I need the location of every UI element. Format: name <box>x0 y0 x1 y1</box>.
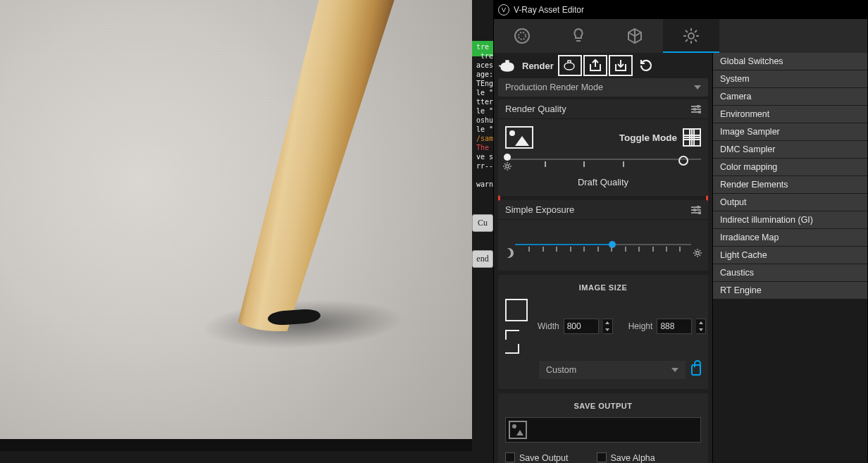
category-color-mapping[interactable]: Color mapping <box>713 159 867 175</box>
top-tabs <box>494 19 867 53</box>
export-button[interactable] <box>583 55 607 76</box>
tab-materials[interactable] <box>494 19 550 53</box>
quality-high-icon[interactable] <box>683 128 701 147</box>
console-button-2[interactable]: end <box>472 250 493 268</box>
chevron-down-icon <box>694 85 701 89</box>
quality-low-icon[interactable] <box>505 126 533 149</box>
interactive-render-button[interactable] <box>558 55 582 76</box>
svg-point-3 <box>506 165 509 168</box>
lock-aspect-icon[interactable] <box>691 364 701 376</box>
region-icon[interactable] <box>505 330 528 354</box>
simple-exposure-header[interactable]: Simple Exposure <box>498 200 708 220</box>
render-quality-header[interactable]: Render Quality <box>498 99 708 119</box>
width-stepper[interactable] <box>603 319 613 334</box>
console-button-1[interactable]: Cu <box>472 214 493 232</box>
quality-max-icon <box>678 156 688 166</box>
quality-slider[interactable] <box>505 154 701 175</box>
category-caustics[interactable]: Caustics <box>713 264 867 281</box>
resolution-preset-dropdown[interactable]: Custom <box>539 361 686 379</box>
svg-point-0 <box>515 29 529 43</box>
svg-point-1 <box>519 32 526 39</box>
category-irradiance-map[interactable]: Irradiance Map <box>713 229 867 246</box>
category-environment[interactable]: Environment <box>713 106 867 123</box>
category-camera[interactable]: Camera <box>713 88 867 105</box>
render-object-leg <box>221 0 406 331</box>
save-alpha-checkbox[interactable]: Save Alpha <box>597 452 655 463</box>
render-quality-section: Render Quality Toggle Mode <box>498 99 708 196</box>
toggle-mode-label: Toggle Mode <box>619 132 677 143</box>
render-mode-dropdown[interactable]: Production Render Mode <box>498 78 708 97</box>
settings-panel: Render Production Re <box>494 53 712 463</box>
category-rt-engine[interactable]: RT Engine <box>713 282 867 299</box>
render-label: Render <box>522 61 554 71</box>
tab-settings[interactable] <box>663 19 719 53</box>
render-shadow <box>181 276 425 373</box>
svg-point-2 <box>688 33 694 39</box>
gear-icon <box>502 161 512 171</box>
aspect-ratio-icon[interactable] <box>505 299 528 321</box>
category-image-sampler[interactable]: Image Sampler <box>713 123 867 140</box>
viewport-bottom-border <box>0 439 472 451</box>
category-system[interactable]: System <box>713 70 867 87</box>
save-output-checkbox[interactable]: Save Output <box>505 452 569 463</box>
category-light-cache[interactable]: Light Cache <box>713 247 867 264</box>
window-title: V-Ray Asset Editor <box>514 5 584 15</box>
render-toolbar: Render <box>494 53 712 78</box>
simple-exposure-section: Simple Exposure <box>498 200 708 271</box>
save-output-header: SAVE OUTPUT <box>505 402 701 410</box>
settings-categories: Global Switches System Camera Environmen… <box>712 53 867 463</box>
teapot-icon <box>498 58 516 73</box>
width-label: Width <box>538 321 559 331</box>
reset-button[interactable] <box>634 55 658 76</box>
render-object-foot <box>267 308 321 326</box>
image-size-header: IMAGE SIZE <box>505 283 701 292</box>
import-button[interactable] <box>609 55 633 76</box>
save-output-section: SAVE OUTPUT Save Output Save Alpha <box>498 393 708 463</box>
quality-caption: Draft Quality <box>505 177 701 187</box>
asset-editor-window: V V-Ray Asset Editor Render <box>493 0 868 463</box>
tab-geometry[interactable] <box>607 19 663 53</box>
titlebar[interactable]: V V-Ray Asset Editor <box>494 1 867 19</box>
save-path-input[interactable] <box>505 417 701 443</box>
svg-point-4 <box>696 252 699 254</box>
category-render-elements[interactable]: Render Elements <box>713 176 867 193</box>
category-indirect-illumination[interactable]: Indirect illumination (GI) <box>713 211 867 228</box>
exposure-slider[interactable] <box>505 240 701 261</box>
advanced-settings-icon[interactable] <box>691 106 701 113</box>
chevron-down-icon <box>671 368 678 372</box>
image-size-section: IMAGE SIZE Width 800 Heigh <box>498 275 708 389</box>
height-label: Height <box>628 321 653 331</box>
preset-value: Custom <box>546 365 576 375</box>
image-file-icon <box>509 421 527 439</box>
height-input[interactable]: 888 <box>657 319 692 334</box>
vray-logo-icon: V <box>498 4 509 16</box>
category-global-switches[interactable]: Global Switches <box>713 53 867 70</box>
screen: tre tre aces age: TEng le " tter le " os… <box>0 0 868 463</box>
tab-lights[interactable] <box>550 19 607 53</box>
moon-icon <box>504 248 514 258</box>
width-input[interactable]: 800 <box>564 319 599 334</box>
advanced-settings-icon[interactable] <box>691 206 701 214</box>
render-mode-value: Production Render Mode <box>505 82 603 92</box>
category-dmc-sampler[interactable]: DMC Sampler <box>713 141 867 158</box>
category-output[interactable]: Output <box>713 194 867 211</box>
sun-icon <box>693 248 702 258</box>
render-viewport <box>0 0 472 451</box>
height-stepper[interactable] <box>696 319 706 334</box>
